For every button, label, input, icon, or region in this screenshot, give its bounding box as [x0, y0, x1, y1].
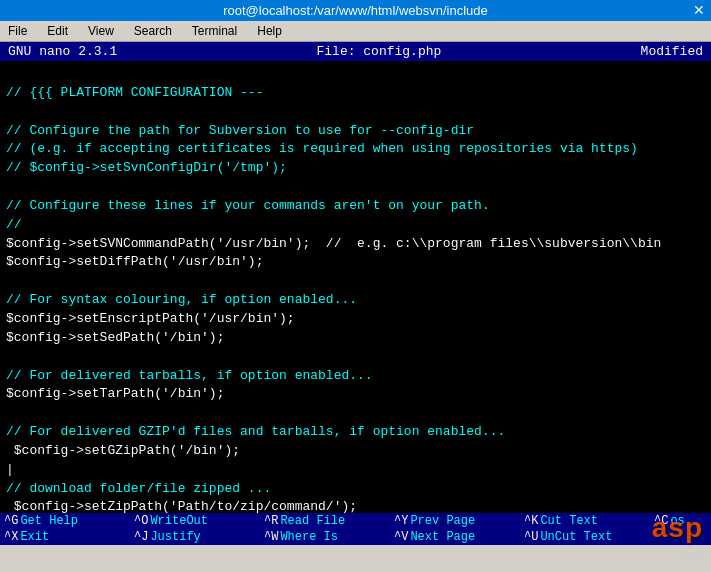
window-title: root@localhost:/var/www/html/websvn/incl… [223, 3, 488, 18]
editor-line: $config->setSVNCommandPath('/usr/bin'); … [6, 235, 705, 254]
editor-line: // (e.g. if accepting certificates is re… [6, 140, 705, 159]
shortcut-item[interactable]: ^G Get Help [4, 514, 134, 528]
shortcut-label: Justify [150, 530, 200, 544]
shortcut-key: ^W [264, 530, 278, 544]
terminal-window: root@localhost:/var/www/html/websvn/incl… [0, 0, 711, 572]
shortcut-key: ^G [4, 514, 18, 528]
editor-line: // {{{ PLATFORM CONFIGURATION --- [6, 84, 705, 103]
shortcut-label: UnCut Text [540, 530, 612, 544]
editor-line: $config->setEnscriptPath('/usr/bin'); [6, 310, 705, 329]
shortcut-label: Next Page [410, 530, 475, 544]
editor-line [6, 178, 705, 197]
shortcut-label: os [670, 514, 684, 528]
editor-line: $config->setGZipPath('/bin'); [6, 442, 705, 461]
shortcut-label: Cut Text [540, 514, 598, 528]
shortcut-key: ^C [654, 514, 668, 528]
shortcut-key: ^X [4, 530, 18, 544]
editor-area[interactable]: // {{{ PLATFORM CONFIGURATION ---// Conf… [0, 61, 711, 513]
shortcut-item[interactable]: ^X Exit [4, 530, 134, 544]
menu-terminal[interactable]: Terminal [188, 23, 241, 39]
editor-line: // For syntax colouring, if option enabl… [6, 291, 705, 310]
editor-line: // Configure these lines if your command… [6, 197, 705, 216]
editor-line: | [6, 461, 705, 480]
shortcut-key: ^O [134, 514, 148, 528]
editor-line [6, 272, 705, 291]
editor-line: // $config->setSvnConfigDir('/tmp'); [6, 159, 705, 178]
editor-line: // download folder/file zipped ... [6, 480, 705, 499]
nano-filename: File: config.php [316, 44, 441, 59]
close-button[interactable]: ✕ [693, 2, 705, 18]
editor-line: // Configure the path for Subversion to … [6, 122, 705, 141]
watermark-small: .com [679, 550, 703, 562]
shortcut-item[interactable]: ^C os [654, 514, 711, 528]
shortcut-item[interactable]: ^R Read File [264, 514, 394, 528]
editor-line [6, 404, 705, 423]
shortcut-label: Where Is [280, 530, 338, 544]
editor-line: // [6, 216, 705, 235]
menu-search[interactable]: Search [130, 23, 176, 39]
editor-line [6, 348, 705, 367]
shortcut-key: ^J [134, 530, 148, 544]
title-bar: root@localhost:/var/www/html/websvn/incl… [0, 0, 711, 21]
shortcut-label: Prev Page [410, 514, 475, 528]
shortcut-bars: ^G Get Help^O WriteOut^R Read File^Y Pre… [0, 513, 711, 545]
shortcut-key: ^U [524, 530, 538, 544]
nano-header: GNU nano 2.3.1 File: config.php Modified [0, 42, 711, 61]
editor-line [6, 65, 705, 84]
shortcut-item[interactable]: ^K Cut Text [524, 514, 654, 528]
menu-file[interactable]: File [4, 23, 31, 39]
shortcut-key: ^Y [394, 514, 408, 528]
shortcut-key: ^K [524, 514, 538, 528]
shortcut-row-1: ^G Get Help^O WriteOut^R Read File^Y Pre… [0, 513, 711, 529]
shortcut-item[interactable]: ^V Next Page [394, 530, 524, 544]
shortcut-item[interactable]: ^Y Prev Page [394, 514, 524, 528]
editor-line: $config->setSedPath('/bin'); [6, 329, 705, 348]
editor-line: // For delivered GZIP'd files and tarbal… [6, 423, 705, 442]
editor-line: $config->setTarPath('/bin'); [6, 385, 705, 404]
shortcut-key: ^R [264, 514, 278, 528]
menu-view[interactable]: View [84, 23, 118, 39]
editor-line: // For delivered tarballs, if option ena… [6, 367, 705, 386]
shortcut-label: Exit [20, 530, 49, 544]
editor-line [6, 103, 705, 122]
shortcut-key: ^V [394, 530, 408, 544]
shortcut-item[interactable]: ^U UnCut Text [524, 530, 654, 544]
nano-version: GNU nano 2.3.1 [8, 44, 117, 59]
menu-edit[interactable]: Edit [43, 23, 72, 39]
shortcut-item[interactable]: ^J Justify [134, 530, 264, 544]
shortcut-row-2: ^X Exit^J Justify^W Where Is^V Next Page… [0, 529, 711, 545]
shortcut-label: WriteOut [150, 514, 208, 528]
menu-bar: File Edit View Search Terminal Help [0, 21, 711, 42]
editor-line: $config->setZipPath('Path/to/zip/command… [6, 498, 705, 513]
menu-help[interactable]: Help [253, 23, 286, 39]
shortcut-label: Get Help [20, 514, 78, 528]
shortcut-item[interactable]: ^W Where Is [264, 530, 394, 544]
editor-line: $config->setDiffPath('/usr/bin'); [6, 253, 705, 272]
shortcut-label: Read File [280, 514, 345, 528]
shortcut-item[interactable]: ^O WriteOut [134, 514, 264, 528]
nano-status: Modified [641, 44, 703, 59]
